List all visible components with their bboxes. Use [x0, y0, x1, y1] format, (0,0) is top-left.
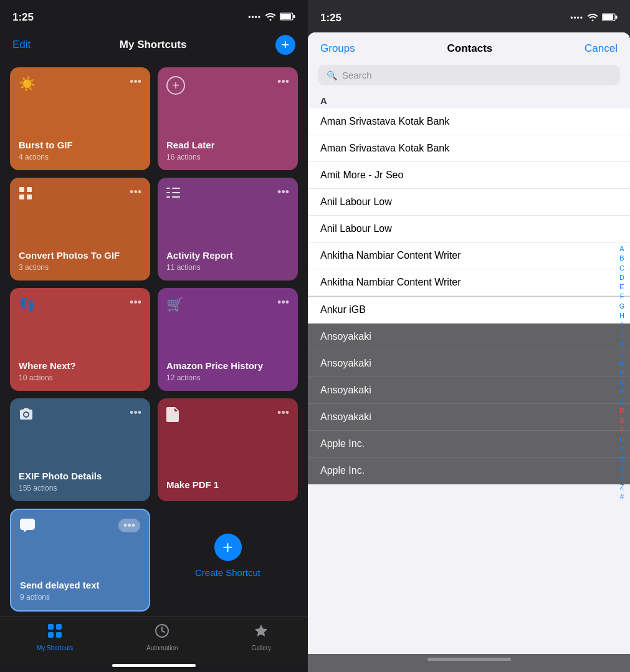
amazon-more-icon[interactable]: •••	[277, 297, 289, 308]
svg-rect-17	[56, 632, 62, 638]
edit-button[interactable]: Edit	[12, 39, 31, 51]
amazon-title: Amazon Price History	[166, 360, 289, 372]
list-icon	[166, 186, 180, 203]
contact-name: Ansoyakaki	[320, 358, 371, 368]
activity-actions: 11 actions	[166, 263, 289, 272]
contact-name: Ankitha Nambiar Content Writer	[320, 250, 461, 261]
contact-row[interactable]: Ansoyakaki	[308, 377, 630, 404]
create-shortcut-button[interactable]: + Create Shortcut	[158, 509, 298, 602]
alpha-M[interactable]: M	[618, 359, 626, 368]
contact-row[interactable]: Ansoyakaki	[308, 350, 630, 377]
alpha-T[interactable]: T	[618, 426, 626, 434]
shortcut-make-pdf[interactable]: ••• Make PDF 1	[158, 398, 298, 501]
shortcut-where-next[interactable]: 👣 ••• Where Next? 10 actions	[10, 288, 150, 391]
shortcut-burst-to-gif[interactable]: ☀️ ••• Burst to GIF 4 actions	[10, 67, 150, 170]
contact-row[interactable]: Ansoyakaki	[308, 324, 630, 350]
shortcut-send-delayed[interactable]: ••• Send delayed text 9 actions	[10, 509, 150, 612]
contact-row[interactable]: Anil Labour Low	[308, 216, 630, 242]
plus-circle-icon: +	[166, 76, 185, 95]
activity-more-icon[interactable]: •••	[277, 186, 289, 198]
right-home-indicator	[427, 658, 511, 661]
shortcut-amazon[interactable]: 🛒 ••• Amazon Price History 12 actions	[158, 288, 298, 391]
shortcuts-tab-icon	[47, 623, 62, 642]
alpha-I[interactable]: I	[618, 320, 626, 329]
alpha-W[interactable]: W	[618, 454, 626, 463]
alpha-S[interactable]: S	[618, 416, 626, 425]
alpha-A[interactable]: A	[618, 244, 626, 253]
svg-rect-10	[172, 192, 180, 193]
document-icon	[166, 407, 179, 426]
alpha-R[interactable]: R	[618, 406, 626, 415]
where-next-more-icon[interactable]: •••	[130, 297, 141, 308]
read-later-more-icon[interactable]: •••	[277, 76, 289, 87]
contact-row[interactable]: Aman Srivastava Kotak Bank	[308, 108, 630, 135]
card-footer: Make PDF 1	[166, 461, 289, 492]
svg-rect-21	[616, 16, 618, 19]
groups-button[interactable]: Groups	[320, 42, 355, 55]
convert-more-icon[interactable]: •••	[130, 186, 141, 198]
contact-row[interactable]: Anil Labour Low	[308, 189, 630, 216]
contacts-title: Contacts	[447, 42, 493, 55]
alpha-U[interactable]: U	[618, 435, 626, 444]
contact-row[interactable]: Apple Inc.	[308, 431, 630, 458]
alpha-J[interactable]: J	[618, 330, 626, 339]
alpha-D[interactable]: D	[618, 273, 626, 282]
tab-gallery[interactable]: Gallery	[251, 623, 271, 651]
right-time: 1:25	[320, 12, 341, 24]
alpha-G[interactable]: G	[618, 302, 626, 310]
alpha-L[interactable]: L	[618, 349, 626, 358]
convert-title: Convert Photos To GIF	[19, 250, 141, 261]
alpha-O[interactable]: O	[618, 378, 626, 386]
alpha-N[interactable]: N	[618, 368, 626, 377]
send-delayed-actions: 9 actions	[20, 593, 140, 602]
alpha-V[interactable]: V	[618, 444, 626, 453]
alpha-Y[interactable]: Y	[618, 473, 626, 482]
shortcut-convert-photos[interactable]: ••• Convert Photos To GIF 3 actions	[10, 178, 150, 281]
contact-row[interactable]: Ansoyakaki	[308, 404, 630, 431]
tab-my-shortcuts[interactable]: My Shortcuts	[37, 623, 73, 651]
alpha-B[interactable]: B	[618, 254, 626, 262]
card-header: + •••	[166, 76, 289, 95]
contact-row[interactable]: Aman Srivastava Kotak Bank	[308, 135, 630, 162]
contacts-list[interactable]: A Aman Srivastava Kotak Bank Aman Srivas…	[308, 92, 630, 654]
svg-point-13	[24, 413, 28, 416]
make-pdf-more-icon[interactable]: •••	[277, 407, 289, 418]
activity-title: Activity Report	[166, 250, 289, 261]
svg-rect-4	[27, 187, 32, 192]
contact-row[interactable]: Amit More - Jr Seo	[308, 162, 630, 189]
contact-row[interactable]: Ankitha Nambiar Content Writer	[308, 269, 630, 296]
card-footer: Activity Report 11 actions	[166, 231, 289, 272]
burst-more-icon[interactable]: •••	[130, 76, 141, 87]
contact-row[interactable]: Apple Inc.	[308, 458, 630, 484]
shortcut-activity-report[interactable]: ••• Activity Report 11 actions	[158, 178, 298, 281]
alpha-H[interactable]: H	[618, 311, 626, 320]
card-header: •••	[19, 407, 141, 423]
contact-row[interactable]: Ankitha Nambiar Content Writer	[308, 242, 630, 269]
sun-icon: ☀️	[19, 76, 36, 92]
contact-row-ankur[interactable]: Ankur iGB	[308, 296, 630, 324]
alpha-hash[interactable]: #	[618, 492, 626, 501]
contacts-nav: Groups Contacts Cancel	[308, 32, 630, 62]
send-delayed-more-icon[interactable]: •••	[118, 519, 140, 532]
tab-automation[interactable]: Automation	[146, 623, 178, 651]
wifi-icon	[265, 12, 276, 22]
right-panel: 1:25 •••• Groups Conta	[308, 0, 630, 672]
search-bar[interactable]: 🔍 Search	[318, 65, 620, 85]
alpha-F[interactable]: F	[618, 292, 626, 300]
alpha-E[interactable]: E	[618, 282, 626, 291]
make-pdf-title: Make PDF 1	[166, 479, 289, 491]
shortcut-read-later[interactable]: + ••• Read Later 16 actions	[158, 67, 298, 170]
cancel-button[interactable]: Cancel	[585, 42, 618, 55]
contact-name: Ansoyakaki	[320, 385, 371, 395]
alpha-C[interactable]: C	[618, 264, 626, 272]
alpha-K[interactable]: K	[618, 340, 626, 348]
cart-icon: 🛒	[166, 297, 183, 313]
exif-more-icon[interactable]: •••	[130, 407, 141, 418]
alpha-P[interactable]: P	[618, 387, 626, 396]
alpha-Z[interactable]: Z	[618, 482, 626, 491]
add-shortcut-nav-button[interactable]: +	[275, 35, 295, 55]
alpha-X[interactable]: X	[618, 464, 626, 473]
where-next-actions: 10 actions	[19, 373, 141, 382]
alpha-Q[interactable]: Q	[618, 397, 626, 406]
shortcut-exif[interactable]: ••• EXIF Photo Details 155 actions	[10, 398, 150, 501]
